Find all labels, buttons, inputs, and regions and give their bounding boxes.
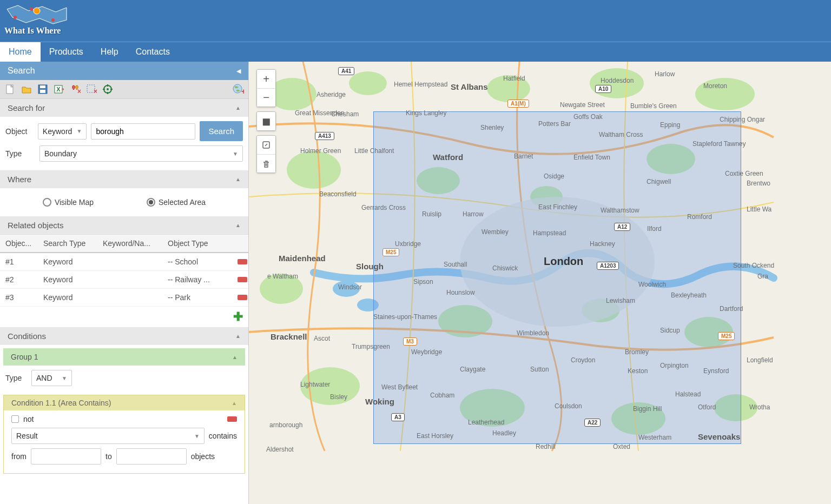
- zoom-controls: + −: [256, 69, 276, 107]
- road-badge: M25: [382, 248, 399, 256]
- stop-draw-button[interactable]: ◼: [257, 112, 275, 130]
- panel-title-text: Search: [8, 66, 35, 76]
- svg-point-27: [287, 151, 341, 189]
- map[interactable]: St AlbansHatfieldHoddesdonHarlowMoretonH…: [249, 62, 831, 504]
- clear-markers-icon[interactable]: ×: [68, 82, 82, 96]
- svg-text:×: ×: [94, 88, 97, 95]
- group-type-label: Type: [5, 374, 27, 382]
- delete-shape-button[interactable]: [257, 154, 275, 173]
- road-badge: A10: [595, 85, 611, 93]
- delete-condition-icon[interactable]: [227, 416, 237, 422]
- nav-home[interactable]: Home: [0, 42, 41, 62]
- to-input[interactable]: [116, 448, 187, 465]
- nav-contacts[interactable]: Contacts: [127, 42, 179, 62]
- objects-label: objects: [191, 452, 215, 461]
- chevron-up-icon: ▲: [232, 354, 238, 360]
- svg-rect-6: [40, 85, 45, 88]
- svg-point-14: [107, 88, 109, 90]
- clear-selection-icon[interactable]: ×: [84, 82, 98, 96]
- conditions-label: Conditions: [8, 331, 46, 341]
- road-badge: A41: [338, 67, 354, 75]
- search-for-header[interactable]: Search for ▲: [0, 99, 248, 117]
- svg-text:X: X: [56, 86, 61, 92]
- contains-label: contains: [209, 432, 237, 440]
- toolbar: X × × +: [0, 80, 248, 99]
- svg-point-0: [14, 16, 17, 19]
- add-related-icon[interactable]: ✚: [233, 310, 243, 324]
- svg-point-39: [333, 281, 360, 297]
- svg-point-3: [34, 8, 40, 14]
- keyword-input[interactable]: [91, 123, 195, 140]
- where-selected-area[interactable]: Selected Area: [147, 198, 206, 207]
- search-for-label: Search for: [8, 103, 45, 112]
- group-type-select[interactable]: AND▼: [31, 370, 72, 386]
- type-select[interactable]: Boundary▼: [39, 145, 243, 162]
- group-header[interactable]: Group 1 ▲: [3, 348, 245, 366]
- main-nav: Home Products Help Contacts: [0, 42, 831, 62]
- chevron-up-icon: ▲: [235, 333, 241, 339]
- road-badge: A12: [614, 223, 630, 231]
- zoom-out-button[interactable]: −: [257, 88, 275, 107]
- svg-point-23: [349, 71, 387, 95]
- zoom-in-button[interactable]: +: [257, 70, 275, 88]
- related-table-header: Objec... Search Type Keyword/Na... Objec…: [0, 234, 248, 253]
- svg-text:×: ×: [77, 88, 81, 95]
- table-row[interactable]: #3Keyword-- Park: [0, 289, 248, 307]
- chevron-up-icon: ▲: [235, 176, 241, 182]
- chevron-up-icon: ▲: [232, 400, 237, 406]
- to-label: to: [105, 452, 112, 461]
- table-row[interactable]: #1Keyword-- School: [0, 253, 248, 271]
- open-icon[interactable]: [19, 82, 34, 96]
- selection-rectangle[interactable]: [373, 111, 741, 444]
- where-label: Where: [8, 175, 31, 184]
- svg-point-24: [487, 75, 530, 102]
- svg-point-26: [695, 78, 755, 110]
- where-visible-map[interactable]: Visible Map: [43, 198, 94, 207]
- save-icon[interactable]: [36, 82, 50, 96]
- delete-row-icon[interactable]: [238, 259, 247, 264]
- svg-point-2: [51, 18, 55, 22]
- related-header[interactable]: Related objects ▲: [0, 216, 248, 234]
- condition-header[interactable]: Condition 1.1 (Area Contains) ▲: [4, 395, 245, 410]
- delete-row-icon[interactable]: [238, 277, 247, 282]
- new-icon[interactable]: [3, 82, 17, 96]
- from-input[interactable]: [31, 448, 101, 465]
- object-label: Object: [5, 127, 34, 136]
- svg-point-25: [590, 68, 644, 98]
- edit-shape-button[interactable]: [257, 136, 275, 154]
- svg-rect-7: [40, 90, 45, 93]
- logo: What Is Where: [4, 1, 69, 36]
- conditions-header[interactable]: Conditions ▲: [0, 327, 248, 345]
- road-badge: M3: [403, 337, 417, 346]
- result-select[interactable]: Result▼: [11, 428, 205, 444]
- svg-point-31: [260, 274, 303, 304]
- related-label: Related objects: [8, 221, 63, 230]
- delete-row-icon[interactable]: [238, 295, 247, 300]
- road-badge: A1(M): [507, 100, 529, 108]
- from-label: from: [11, 452, 27, 461]
- road-badge: A3: [391, 413, 405, 421]
- object-mode-select[interactable]: Keyword▼: [38, 123, 87, 140]
- nav-help[interactable]: Help: [92, 42, 127, 62]
- app-header: What Is Where: [0, 0, 831, 42]
- road-badge: A413: [315, 132, 334, 140]
- nav-products[interactable]: Products: [41, 42, 92, 62]
- search-sidebar: Search ◀ X × × + Search for ▲ Object Key…: [0, 62, 249, 504]
- panel-title: Search ◀: [0, 62, 248, 80]
- chevron-up-icon: ▲: [235, 222, 241, 228]
- not-label: not: [23, 415, 34, 423]
- road-badge: A22: [584, 419, 601, 427]
- svg-point-19: [233, 84, 242, 93]
- svg-text:+: +: [241, 87, 244, 95]
- type-label: Type: [5, 149, 35, 158]
- search-button[interactable]: Search: [200, 121, 243, 141]
- table-row[interactable]: #2Keyword-- Railway ...: [0, 271, 248, 289]
- where-header[interactable]: Where ▲: [0, 170, 248, 188]
- collapse-icon[interactable]: ◀: [236, 68, 241, 75]
- target-icon[interactable]: [101, 82, 115, 96]
- globe-add-icon[interactable]: +: [231, 82, 245, 96]
- not-checkbox[interactable]: [11, 415, 19, 423]
- svg-point-1: [30, 8, 33, 11]
- export-excel-icon[interactable]: X: [52, 82, 66, 96]
- road-badge: M25: [718, 332, 735, 340]
